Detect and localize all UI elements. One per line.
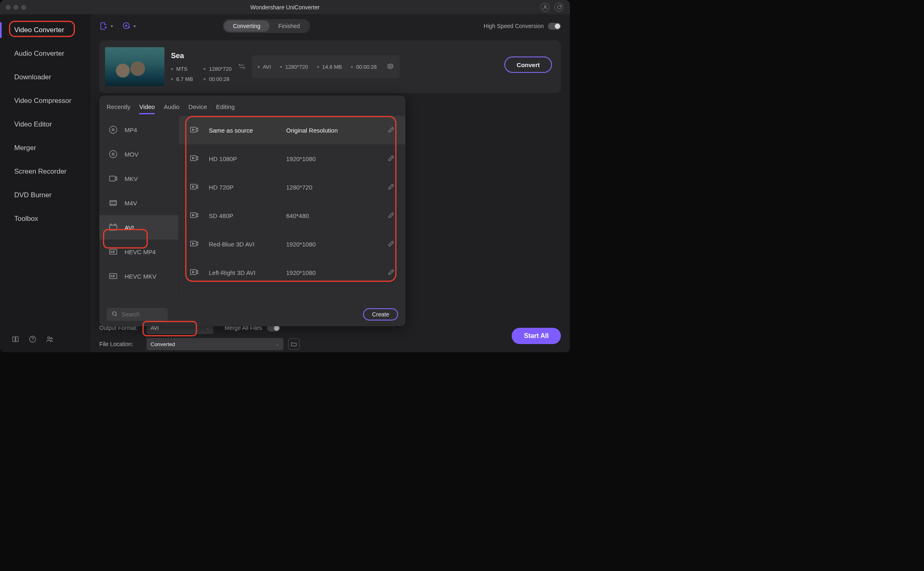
- format-label: MKV: [125, 175, 138, 182]
- high-speed-toggle[interactable]: [548, 23, 561, 30]
- preset-row[interactable]: HD 1080P 1920*1080: [179, 144, 405, 173]
- popup-tab-video[interactable]: Video: [139, 103, 155, 114]
- format-item-mkv[interactable]: MKV: [99, 166, 178, 191]
- format-label: HEVC MP4: [125, 248, 156, 255]
- format-item-mp4[interactable]: MP4: [99, 118, 178, 142]
- app-window: Wondershare UniConverter Video Converter…: [0, 0, 570, 352]
- format-item-mov[interactable]: MOV: [99, 142, 178, 166]
- preset-row[interactable]: HD 720P 1280*720: [179, 173, 405, 201]
- preset-name: Red-Blue 3D AVI: [209, 241, 286, 248]
- sidebar-item-label: Audio Converter: [14, 50, 64, 58]
- svg-point-7: [109, 126, 117, 133]
- preset-resolution: 1920*1080: [286, 269, 316, 276]
- sidebar-item-video-converter[interactable]: Video Converter: [0, 18, 90, 42]
- edit-icon[interactable]: [388, 211, 395, 220]
- maximize-window-icon[interactable]: [21, 5, 26, 10]
- convert-label: Convert: [517, 61, 540, 68]
- start-all-button[interactable]: Start All: [512, 328, 561, 344]
- edit-icon[interactable]: [388, 126, 395, 135]
- file-location-select[interactable]: Converted ⌄: [147, 338, 283, 350]
- preset-resolution: 640*480: [286, 212, 309, 219]
- preset-name: SD 480P: [209, 212, 286, 219]
- popup-tab-editing[interactable]: Editing: [216, 103, 235, 114]
- svg-point-2: [48, 337, 50, 339]
- video-icon: [189, 182, 199, 193]
- book-icon[interactable]: [11, 335, 20, 343]
- video-icon: [189, 210, 199, 221]
- item-title: Sea: [171, 52, 232, 60]
- sidebar-item-video-compressor[interactable]: Video Compressor: [0, 89, 90, 113]
- minimize-window-icon[interactable]: [13, 5, 18, 10]
- preset-row[interactable]: SD 480P 640*480: [179, 201, 405, 230]
- popup-tab-recently[interactable]: Recently: [107, 103, 130, 114]
- popup-tabs: Recently Video Audio Device Editing: [99, 96, 405, 114]
- community-icon[interactable]: [46, 335, 54, 343]
- sidebar-item-video-editor[interactable]: Video Editor: [0, 113, 90, 136]
- destination-settings[interactable]: AVI 1280*720 14.6 MB 00:00:28: [252, 55, 400, 78]
- gear-icon[interactable]: [387, 63, 394, 71]
- convert-button[interactable]: Convert: [504, 57, 552, 73]
- sidebar-item-screen-recorder[interactable]: Screen Recorder: [0, 160, 90, 183]
- search-input-wrapper[interactable]: [107, 308, 168, 321]
- format-item-m4v[interactable]: M4V: [99, 191, 178, 215]
- search-input[interactable]: [121, 311, 163, 318]
- popup-tab-device[interactable]: Device: [188, 103, 207, 114]
- sidebar-footer: [0, 326, 90, 352]
- sidebar-item-downloader[interactable]: Downloader: [0, 65, 90, 89]
- preset-resolution: 1920*1080: [286, 155, 316, 162]
- close-window-icon[interactable]: [6, 5, 11, 10]
- sidebar-item-dvd-burner[interactable]: DVD Burner: [0, 183, 90, 207]
- svg-point-5: [125, 25, 127, 26]
- feedback-icon[interactable]: [554, 3, 563, 12]
- format-popup: Recently Video Audio Device Editing MP4: [99, 96, 405, 326]
- tab-label: Converting: [233, 23, 261, 29]
- svg-point-0: [544, 5, 546, 7]
- svg-point-3: [50, 338, 52, 339]
- sidebar-item-label: Video Converter: [14, 26, 64, 34]
- sidebar-item-toolbox[interactable]: Toolbox: [0, 207, 90, 231]
- svg-rect-11: [109, 176, 115, 181]
- tab-converting[interactable]: Converting: [224, 20, 269, 32]
- swap-icon: [237, 62, 246, 72]
- format-item-hevc-mp4[interactable]: HEVC MP4: [99, 240, 178, 264]
- tab-finished[interactable]: Finished: [269, 20, 309, 32]
- preset-name: HD 720P: [209, 184, 286, 191]
- preset-row[interactable]: Left-Right 3D AVI 1920*1080: [179, 258, 405, 287]
- edit-icon[interactable]: [388, 155, 395, 163]
- preset-list[interactable]: Same as source Original Resolution HD 10…: [179, 114, 405, 303]
- add-file-button[interactable]: ▾: [99, 22, 113, 31]
- dst-resolution: 1280*720: [280, 64, 308, 70]
- format-label: MOV: [125, 151, 138, 158]
- import-disc-button[interactable]: ▾: [122, 22, 136, 31]
- popup-tab-audio[interactable]: Audio: [164, 103, 179, 114]
- dst-container: AVI: [258, 64, 271, 70]
- format-item-hevc-mkv[interactable]: HEVC MKV: [99, 264, 178, 288]
- sidebar-item-label: Downloader: [14, 73, 51, 81]
- dst-size: 14.6 MB: [317, 64, 342, 70]
- account-icon[interactable]: [541, 3, 550, 12]
- edit-icon[interactable]: [388, 268, 395, 277]
- edit-icon[interactable]: [388, 240, 395, 248]
- video-icon: [189, 125, 199, 136]
- conversion-item: Sea MTS 6.7 MB 1280*720 00:00:28: [99, 40, 561, 93]
- preset-row[interactable]: Red-Blue 3D AVI 1920*1080: [179, 230, 405, 258]
- open-folder-button[interactable]: [288, 338, 300, 350]
- format-list[interactable]: MP4 MOV MKV M4V: [99, 114, 179, 303]
- format-item-avi[interactable]: AVI: [99, 215, 178, 240]
- svg-point-4: [123, 23, 129, 29]
- svg-rect-13: [109, 225, 117, 230]
- sidebar-item-audio-converter[interactable]: Audio Converter: [0, 42, 90, 65]
- window-controls[interactable]: [6, 5, 26, 10]
- video-thumbnail[interactable]: [105, 47, 164, 86]
- status-tabs: Converting Finished: [223, 19, 310, 33]
- chevron-down-icon: ⌄: [276, 342, 279, 347]
- preset-row[interactable]: Same as source Original Resolution: [179, 116, 405, 144]
- sidebar-item-merger[interactable]: Merger: [0, 136, 90, 160]
- edit-icon[interactable]: [388, 183, 395, 192]
- svg-point-6: [389, 65, 391, 67]
- create-button[interactable]: Create: [363, 308, 398, 320]
- help-icon[interactable]: [28, 335, 37, 343]
- preset-resolution: Original Resolution: [286, 127, 338, 134]
- preset-resolution: 1280*720: [286, 184, 312, 191]
- preset-name: Left-Right 3D AVI: [209, 269, 286, 276]
